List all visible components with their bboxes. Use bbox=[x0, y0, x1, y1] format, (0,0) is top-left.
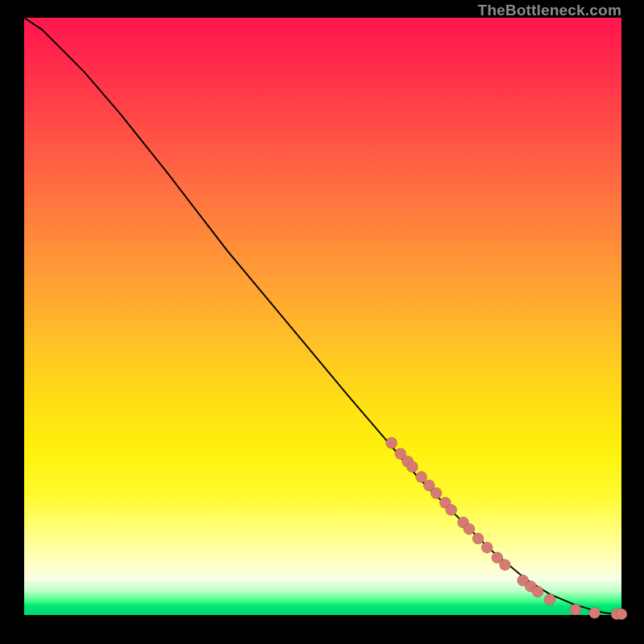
data-point bbox=[544, 594, 555, 605]
data-point bbox=[464, 523, 475, 535]
curve-line bbox=[24, 18, 621, 614]
data-point bbox=[570, 604, 581, 615]
data-point bbox=[386, 437, 397, 448]
data-point bbox=[532, 586, 543, 597]
data-point bbox=[589, 607, 601, 618]
plot-area bbox=[24, 18, 621, 615]
chart-svg bbox=[24, 18, 621, 615]
watermark-label: TheBottleneck.com bbox=[477, 2, 621, 19]
data-point bbox=[431, 488, 442, 499]
chart-stage: TheBottleneck.com bbox=[0, 0, 644, 644]
data-point bbox=[473, 533, 484, 544]
data-point bbox=[446, 504, 457, 515]
data-point bbox=[407, 461, 418, 473]
data-point bbox=[481, 542, 493, 553]
data-point bbox=[616, 609, 627, 620]
data-point bbox=[499, 559, 510, 571]
